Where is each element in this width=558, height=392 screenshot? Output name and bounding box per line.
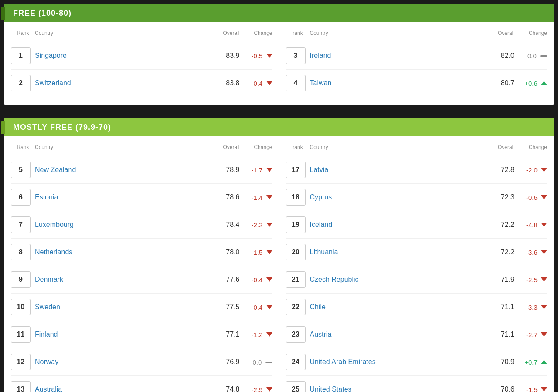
overall-header: Overall bbox=[211, 30, 240, 36]
rank-box: 19 bbox=[286, 216, 306, 233]
arrow-down-icon bbox=[541, 250, 547, 254]
overall-value: 72.2 bbox=[490, 248, 514, 256]
left-column: Rank Country Overall Change 1 Singapore … bbox=[4, 27, 279, 97]
country-name: United Arab Emirates bbox=[310, 358, 491, 366]
rank-box: 18 bbox=[286, 189, 306, 206]
arrow-down-icon bbox=[541, 387, 547, 392]
arrow-down-icon bbox=[266, 168, 272, 172]
country-name: Estonia bbox=[35, 193, 216, 201]
country-name: Austria bbox=[310, 330, 491, 338]
country-name: Luxembourg bbox=[35, 220, 216, 229]
table-row: 12 Norway 76.9 0.0 bbox=[11, 348, 272, 376]
overall-value: 71.1 bbox=[490, 303, 514, 311]
section-header: MOSTLY FREE (79.9-70) bbox=[4, 118, 554, 136]
table-row: 18 Cyprus 72.3 -0.6 bbox=[286, 184, 548, 211]
change-value: -1.4 bbox=[240, 194, 272, 201]
arrow-down-icon bbox=[266, 332, 272, 337]
table-row: 1 Singapore 83.9 -0.5 bbox=[11, 42, 272, 70]
rank-box: 23 bbox=[286, 326, 306, 343]
rank-box: 1 bbox=[11, 47, 31, 64]
overall-value: 82.0 bbox=[490, 52, 514, 60]
country-header-right: Country bbox=[310, 30, 487, 36]
overall-value: 83.9 bbox=[216, 52, 240, 60]
table-row: 11 Finland 77.1 -1.2 bbox=[11, 321, 272, 348]
change-value: 0.0 bbox=[240, 358, 272, 366]
country-name: Chile bbox=[310, 303, 491, 311]
arrow-down-icon bbox=[541, 195, 547, 199]
table-row: 19 Iceland 72.2 -4.8 bbox=[286, 211, 548, 239]
change-value: -2.2 bbox=[240, 221, 272, 229]
country-name: Australia bbox=[35, 385, 216, 392]
overall-value: 76.9 bbox=[216, 358, 240, 366]
change-value: -2.0 bbox=[514, 166, 547, 174]
change-value: +0.7 bbox=[514, 358, 547, 366]
rank-box: 12 bbox=[11, 354, 31, 370]
change-value: -2.9 bbox=[240, 386, 272, 392]
rank-box: 4 bbox=[286, 75, 306, 91]
col-header-right: rank Country Overall Change bbox=[286, 27, 548, 40]
overall-value: 77.1 bbox=[216, 331, 240, 338]
table-row: 13 Australia 74.8 -2.9 bbox=[11, 376, 272, 392]
country-name: Cyprus bbox=[310, 193, 491, 201]
country-name: Latvia bbox=[310, 166, 491, 174]
table-row: 4 Taiwan 80.7 +0.6 bbox=[286, 70, 548, 97]
section-header: FREE (100-80) bbox=[4, 4, 554, 22]
country-name: Norway bbox=[35, 358, 216, 366]
change-value: -1.5 bbox=[240, 249, 272, 256]
section-tab bbox=[1, 7, 5, 20]
overall-value: 72.3 bbox=[490, 193, 514, 201]
table-row: 7 Luxembourg 78.4 -2.2 bbox=[11, 211, 272, 239]
arrow-down-icon bbox=[266, 195, 272, 199]
arrow-down-icon bbox=[266, 223, 272, 227]
rank-box: 7 bbox=[11, 216, 31, 233]
overall-value: 71.1 bbox=[490, 331, 514, 338]
country-name: Finland bbox=[35, 330, 216, 338]
rank-box: 24 bbox=[286, 354, 306, 370]
country-name: Taiwan bbox=[310, 79, 491, 87]
arrow-up-icon bbox=[541, 81, 547, 85]
col-header-left: Rank Country Overall Change bbox=[11, 141, 272, 154]
arrow-down-icon bbox=[266, 305, 272, 309]
arrow-down-icon bbox=[541, 223, 547, 227]
table-row: 17 Latvia 72.8 -2.0 bbox=[286, 156, 548, 184]
arrow-down-icon bbox=[266, 81, 272, 85]
overall-value: 78.9 bbox=[216, 166, 240, 174]
change-value: -3.3 bbox=[514, 304, 547, 311]
rank-box: 20 bbox=[286, 244, 306, 260]
change-value: -0.4 bbox=[240, 304, 272, 311]
change-value: -0.4 bbox=[240, 276, 272, 284]
change-header-right: Change bbox=[514, 144, 547, 150]
table-row: 5 New Zealand 78.9 -1.7 bbox=[11, 156, 272, 184]
col-header-right: rank Country Overall Change bbox=[286, 141, 548, 154]
change-value: +0.6 bbox=[514, 80, 547, 87]
flat-icon bbox=[265, 362, 272, 363]
overall-value: 78.0 bbox=[216, 248, 240, 256]
country-header: Country bbox=[35, 144, 211, 150]
country-header: Country bbox=[35, 30, 211, 36]
change-value: -0.5 bbox=[240, 52, 272, 60]
table-row: 6 Estonia 78.6 -1.4 bbox=[11, 184, 272, 211]
overall-value: 74.8 bbox=[216, 385, 240, 392]
change-header: Change bbox=[240, 144, 272, 150]
country-name: United States bbox=[310, 385, 491, 392]
arrow-down-icon bbox=[266, 54, 272, 58]
table-row: 8 Netherlands 78.0 -1.5 bbox=[11, 239, 272, 266]
rank-header: Rank bbox=[11, 30, 35, 36]
table-row: 10 Sweden 77.5 -0.4 bbox=[11, 294, 272, 321]
overall-value: 71.9 bbox=[490, 276, 514, 284]
change-value: -1.5 bbox=[514, 386, 547, 392]
overall-value: 70.6 bbox=[490, 385, 514, 392]
rank-box: 13 bbox=[11, 381, 31, 392]
columns-container: Rank Country Overall Change 5 New Zealan… bbox=[4, 136, 554, 392]
table-row: 21 Czech Republic 71.9 -2.5 bbox=[286, 266, 548, 294]
arrow-down-icon bbox=[541, 332, 547, 337]
overall-value: 78.4 bbox=[216, 221, 240, 229]
rank-header-right: rank bbox=[286, 30, 310, 36]
arrow-down-icon bbox=[541, 305, 547, 309]
country-name: Singapore bbox=[35, 51, 216, 60]
arrow-up-icon bbox=[541, 360, 547, 364]
rank-header-right: rank bbox=[286, 144, 310, 150]
country-name: Denmark bbox=[35, 275, 216, 284]
overall-value: 80.7 bbox=[490, 79, 514, 87]
section-free: FREE (100-80) Rank Country Overall Chang… bbox=[4, 4, 554, 105]
